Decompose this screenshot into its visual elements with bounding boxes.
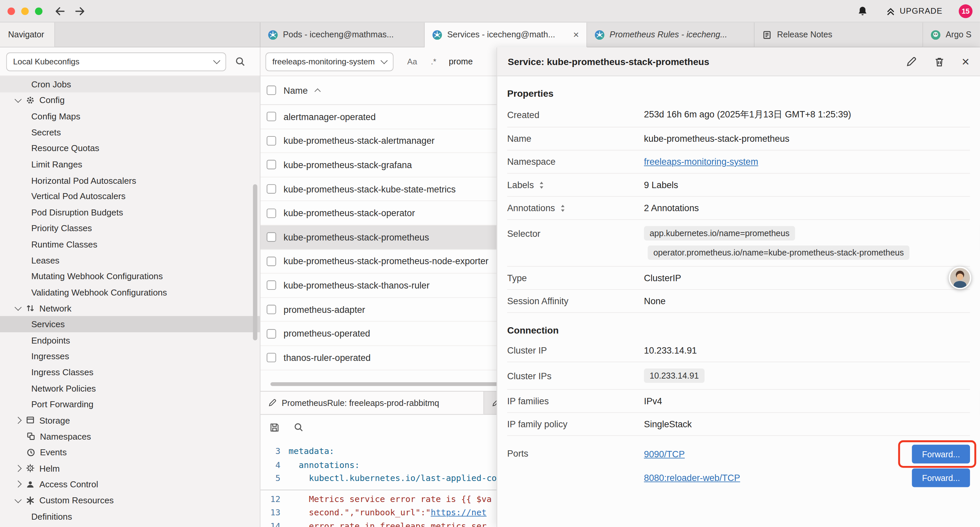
namespace-selector[interactable]: freeleaps-monitoring-system <box>266 52 394 71</box>
clock-icon <box>26 447 36 457</box>
sort-ascending-icon[interactable] <box>314 88 321 95</box>
sidebar-group-access-control[interactable]: Access Control <box>0 476 260 492</box>
sidebar-item-endpoints[interactable]: Endpoints <box>0 332 260 348</box>
dock-tab-prometheusrule[interactable]: PrometheusRule: freeleaps-prod-rabbitmq <box>261 392 484 414</box>
service-details-drawer: Service: kube-prometheus-stack-prometheu… <box>497 47 980 527</box>
namespace-selector-value: freeleaps-monitoring-system <box>272 57 375 66</box>
forward-button-8080[interactable]: Forward... <box>912 468 970 487</box>
window-controls <box>0 7 54 15</box>
tab-services[interactable]: Services - icecheng@math... × <box>425 22 587 47</box>
arrows-vertical-icon <box>26 304 35 313</box>
namespace-link[interactable]: freeleaps-monitoring-system <box>644 157 759 167</box>
back-button[interactable] <box>54 5 66 17</box>
window-zoom-button[interactable] <box>35 7 42 15</box>
scrollbar[interactable] <box>253 184 257 340</box>
sidebar-item-definitions[interactable]: Definitions <box>0 508 260 524</box>
sidebar-item-runtime-classes[interactable]: Runtime Classes <box>0 236 260 252</box>
tab-label: Pods - icecheng@mathmas... <box>283 30 417 39</box>
sidebar-item-network-policies[interactable]: Network Policies <box>0 380 260 396</box>
upgrade-icon <box>885 6 895 16</box>
sidebar-item-resource-quotas[interactable]: Resource Quotas <box>0 140 260 156</box>
edit-icon[interactable] <box>905 56 917 67</box>
delete-icon[interactable] <box>934 56 945 67</box>
sidebar-item-leases[interactable]: Leases <box>0 252 260 268</box>
row-checkbox[interactable] <box>267 305 276 314</box>
sidebar-item-cron-jobs[interactable]: Cron Jobs <box>0 76 260 92</box>
sidebar-item-mutating-webhook-configurations[interactable]: Mutating Webhook Configurations <box>0 268 260 284</box>
navigator-panel: Local Kubeconfigs Cron Jobs Config Confi… <box>0 47 261 527</box>
editor-tabs: Pods - icecheng@mathmas... Services - ic… <box>261 22 980 47</box>
regex-toggle[interactable]: .* <box>431 57 436 66</box>
notifications-count-badge[interactable]: 15 <box>959 4 972 18</box>
sidebar-group-config[interactable]: Config <box>0 92 260 108</box>
row-checkbox[interactable] <box>267 256 276 266</box>
kubeconfig-selector[interactable]: Local Kubeconfigs <box>6 52 226 71</box>
sidebar-item-vertical-pod-autoscalers[interactable]: Vertical Pod Autoscalers <box>0 188 260 204</box>
row-checkbox[interactable] <box>267 353 276 362</box>
close-icon[interactable]: × <box>962 56 969 67</box>
line-number: 13 <box>261 506 288 519</box>
sidebar-group-custom-resources[interactable]: Custom Resources <box>0 492 260 508</box>
row-checkbox[interactable] <box>267 112 276 121</box>
sidebar-item-secrets[interactable]: Secrets <box>0 124 260 140</box>
notifications-bell-icon[interactable] <box>857 5 868 17</box>
sidebar-group-storage[interactable]: Storage <box>0 412 260 428</box>
row-checkbox[interactable] <box>267 185 276 194</box>
line-number: 4 <box>261 458 288 471</box>
line-number: 14 <box>261 520 288 527</box>
avatar[interactable] <box>949 267 971 289</box>
forward-button-9090[interactable]: Forward... <box>912 444 970 463</box>
match-case-toggle[interactable]: Aa <box>407 57 417 66</box>
sidebar-group-helm[interactable]: Helm <box>0 460 260 476</box>
expand-toggle-icon[interactable] <box>559 204 566 212</box>
close-icon[interactable]: × <box>573 29 579 40</box>
sidebar-item-port-forwarding[interactable]: Port Forwarding <box>0 396 260 412</box>
window-close-button[interactable] <box>7 7 15 15</box>
expand-toggle-icon[interactable] <box>538 181 545 189</box>
selector-badge: app.kubernetes.io/name=prometheus <box>644 226 795 240</box>
chevron-down-icon <box>14 99 22 102</box>
tab-label: Prometheus Rules - icecheng... <box>610 30 746 39</box>
sidebar-item-config-maps[interactable]: Config Maps <box>0 108 260 124</box>
row-checkbox[interactable] <box>267 209 276 218</box>
user-icon <box>26 480 35 489</box>
sidebar-item-events[interactable]: Events <box>0 444 260 460</box>
kubeconfig-selector-value: Local Kubeconfigs <box>13 57 80 66</box>
sidebar-item-services[interactable]: Services <box>0 316 260 332</box>
name-column-header[interactable]: Name <box>283 85 307 96</box>
kubernetes-icon <box>595 30 605 40</box>
window-titlebar: UPGRADE 15 <box>0 0 980 22</box>
row-checkbox[interactable] <box>267 160 276 169</box>
port-link-9090[interactable]: 9090/TCP <box>644 449 685 459</box>
row-checkbox[interactable] <box>267 329 276 338</box>
sidebar-item-priority-classes[interactable]: Priority Classes <box>0 220 260 236</box>
upgrade-button[interactable]: UPGRADE <box>885 6 942 16</box>
property-row-selector: Selector app.kubernetes.io/name=promethe… <box>507 220 970 266</box>
sidebar-item-pod-disruption-budgets[interactable]: Pod Disruption Budgets <box>0 204 260 220</box>
sidebar-item-namespaces[interactable]: Namespaces <box>0 428 260 444</box>
tab-prometheus-rules[interactable]: Prometheus Rules - icecheng... <box>587 22 754 47</box>
tab-pods[interactable]: Pods - icecheng@mathmas... <box>261 22 425 47</box>
tab-argo[interactable]: Argo S <box>923 22 980 47</box>
port-link-8080-reloader-web[interactable]: 8080:reloader-web/TCP <box>644 473 740 482</box>
forward-button[interactable] <box>74 5 86 17</box>
select-all-checkbox[interactable] <box>267 86 276 95</box>
sidebar-group-network[interactable]: Network <box>0 300 260 316</box>
save-icon[interactable] <box>269 422 280 433</box>
connection-row-cluster-ip: Cluster IP 10.233.14.91 <box>507 339 970 362</box>
search-icon[interactable] <box>235 56 245 67</box>
row-checkbox[interactable] <box>267 281 276 290</box>
sidebar-item-horizontal-pod-autoscalers[interactable]: Horizontal Pod Autoscalers <box>0 172 260 188</box>
window-minimize-button[interactable] <box>21 7 29 15</box>
namespaces-icon <box>26 431 36 441</box>
tab-bar: Navigator Pods - icecheng@mathmas... Ser… <box>0 22 980 47</box>
gear-icon <box>26 96 35 105</box>
sidebar-item-validating-webhook-configurations[interactable]: Validating Webhook Configurations <box>0 284 260 300</box>
tab-release-notes[interactable]: Release Notes <box>754 22 923 47</box>
sidebar-item-ingresses[interactable]: Ingresses <box>0 348 260 364</box>
row-checkbox[interactable] <box>267 232 276 242</box>
editor-search-icon[interactable] <box>294 422 304 432</box>
sidebar-item-ingress-classes[interactable]: Ingress Classes <box>0 364 260 380</box>
sidebar-item-limit-ranges[interactable]: Limit Ranges <box>0 156 260 172</box>
row-checkbox[interactable] <box>267 136 276 145</box>
